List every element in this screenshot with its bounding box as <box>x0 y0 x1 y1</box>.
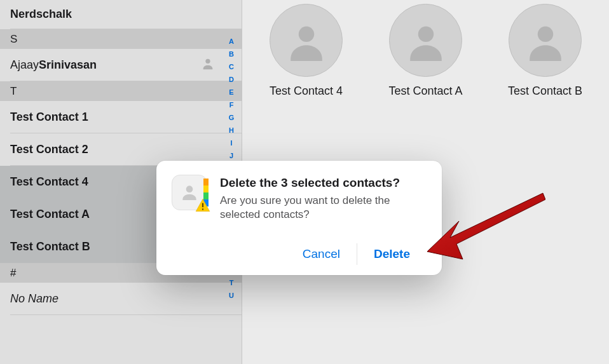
svg-point-0 <box>205 58 210 63</box>
selected-contact-card[interactable]: Test Contact 4 <box>270 4 343 98</box>
svg-point-1 <box>298 26 314 42</box>
selected-contact-card[interactable]: Test Contact B <box>509 4 582 98</box>
svg-point-3 <box>537 26 553 42</box>
index-letter[interactable]: C <box>229 64 234 71</box>
contact-card-name: Test Contact 4 <box>270 84 343 98</box>
delete-button[interactable]: Delete <box>357 239 427 269</box>
svg-rect-5 <box>202 203 203 208</box>
index-letter[interactable]: G <box>229 114 235 121</box>
index-letter[interactable]: D <box>229 76 234 83</box>
selected-contact-card[interactable]: Test Contact A <box>389 4 463 98</box>
avatar-placeholder-icon <box>509 4 582 77</box>
section-header: T <box>0 81 242 101</box>
contact-first-name: Nerdschalk <box>10 8 72 21</box>
index-letter[interactable]: E <box>229 89 233 96</box>
contact-card-name: Test Contact A <box>388 84 462 98</box>
section-header: S <box>0 29 242 49</box>
index-letter[interactable]: F <box>229 102 234 109</box>
dialog-message: Are you sure you want to delete the sele… <box>220 194 427 222</box>
contact-row[interactable]: Test Contact 1 <box>10 101 242 133</box>
contact-row[interactable]: Nerdschalk <box>10 0 242 29</box>
avatar-placeholder-icon <box>270 4 343 77</box>
index-letter[interactable]: A <box>229 38 234 45</box>
contacts-app-warning-icon <box>172 175 207 210</box>
me-card-icon <box>201 57 215 74</box>
contact-first-name: Ajaay <box>10 58 39 72</box>
cancel-button[interactable]: Cancel <box>286 239 357 269</box>
contact-last-name: Srinivasan <box>39 58 97 72</box>
index-letter[interactable]: I <box>230 140 232 147</box>
contact-first-name: Test Contact 1 <box>10 111 88 124</box>
delete-confirm-dialog: Delete the 3 selected contacts? Are you … <box>156 161 442 275</box>
contact-card-name: Test Contact B <box>508 84 582 98</box>
index-letter[interactable]: J <box>229 152 233 159</box>
contact-first-name: Test Contact 2 <box>10 143 88 156</box>
contact-row[interactable]: No Name <box>10 283 242 315</box>
index-letter[interactable]: T <box>229 280 234 286</box>
contact-row[interactable]: Ajaay Srinivasan <box>10 49 242 81</box>
contact-first-name: Test Contact B <box>10 240 90 253</box>
index-letter[interactable]: H <box>229 127 234 134</box>
index-letter[interactable]: B <box>229 51 234 58</box>
contact-first-name: Test Contact 4 <box>10 175 88 189</box>
svg-point-2 <box>418 26 434 42</box>
svg-point-4 <box>186 185 193 192</box>
avatar-placeholder-icon <box>389 4 462 77</box>
svg-rect-6 <box>202 208 203 210</box>
contact-first-name: Test Contact A <box>10 208 90 221</box>
index-letter[interactable]: U <box>229 292 234 299</box>
dialog-title: Delete the 3 selected contacts? <box>220 176 427 190</box>
contact-first-name: No Name <box>10 292 58 306</box>
